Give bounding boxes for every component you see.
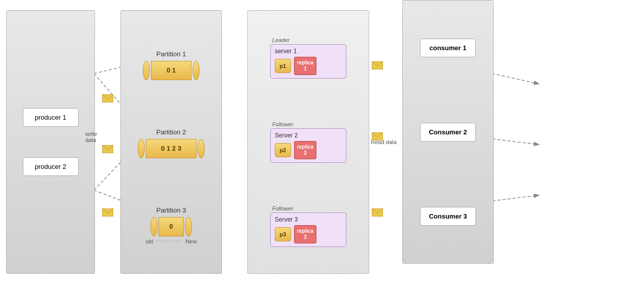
partition-1-label: Partition 1 (156, 50, 186, 58)
write-data-label: write data (85, 131, 97, 143)
partition-2-cylinder: 0 1 2 3 (138, 139, 205, 158)
broker-2-replica: replica2 (294, 141, 316, 159)
partition-3-values: 0 (158, 217, 184, 236)
broker-2-section: Follower Server 2 p2 replica2 (270, 121, 346, 163)
broker-1-inner: p1 replica1 (275, 57, 316, 75)
partition-2-section: Partition 2 0 1 2 3 (138, 128, 205, 158)
broker-1-replica: replica1 (294, 57, 316, 75)
partition-1-section: Partition 1 0 1 (143, 50, 200, 80)
old-label: old (146, 238, 153, 244)
producer-1-box: producer 1 (23, 108, 79, 127)
broker-2-inner: p2 replica2 (275, 141, 316, 159)
broker-3-role: Follower (270, 205, 294, 211)
partition-3-cylinder: 0 (150, 217, 192, 236)
envelope-broker-3 (372, 208, 383, 219)
envelope-2 (102, 145, 113, 155)
broker-1-section: Leader server 1 p1 replica1 (270, 37, 346, 79)
new-label: New (185, 238, 197, 244)
partitions-column: Partition 1 0 1 Partition 2 0 1 2 3 Part… (120, 10, 222, 274)
broker-3-title: Server 3 (275, 216, 298, 223)
consumer-1-box: consumer 1 (420, 39, 476, 57)
broker-3-replica: replica3 (294, 225, 316, 243)
consumer-2-box: Consumer 2 (420, 123, 476, 141)
broker-2-title: Server 2 (275, 132, 298, 139)
partition-3-label: Partition 3 (156, 206, 186, 214)
broker-2-server: Server 2 p2 replica2 (270, 128, 346, 163)
consumers-wrapper: Consumer group consumer 1 Consumer 2 Con… (402, 0, 494, 284)
old-new-label: old New (146, 238, 197, 244)
gap-2 (222, 0, 247, 284)
envelope-broker-1 (372, 61, 383, 72)
broker-3-inner: p3 replica3 (275, 225, 316, 243)
broker-2-partition: p2 (275, 143, 291, 157)
consumer-3-label: Consumer 3 (429, 212, 467, 220)
broker-3-section: Follower Server 3 p3 replica3 (270, 205, 346, 247)
producer-1-label: producer 1 (35, 114, 66, 121)
partition-2-values: 0 1 2 3 (146, 139, 197, 158)
diagram-container: producer 1 write data producer 2 Partiti… (0, 0, 644, 284)
consumer-1-label: consumer 1 (430, 44, 467, 52)
broker-1-partition: p1 (275, 59, 291, 73)
dots-separator (156, 241, 182, 241)
broker-3-partition: p3 (275, 227, 291, 241)
consumers-column: consumer 1 Consumer 2 Consumer 3 (402, 0, 494, 264)
partition-1-values: 0 1 (151, 61, 191, 80)
envelope-3 (102, 208, 113, 219)
producers-column: producer 1 write data producer 2 (6, 10, 95, 274)
broker-2-role: Follower (270, 121, 294, 127)
envelope-broker-2 (372, 132, 383, 143)
broker-1-title: server 1 (275, 48, 297, 55)
partition-1-cylinder: 0 1 (143, 61, 200, 80)
producer-2-box: producer 2 (23, 157, 79, 176)
consumer-3-box: Consumer 3 (420, 207, 476, 226)
partition-3-section: Partition 3 0 old New (146, 206, 197, 244)
consumer-2-label: Consumer 2 (429, 128, 467, 136)
producer-2-label: producer 2 (35, 163, 66, 170)
broker-1-server: server 1 p1 replica1 (270, 44, 346, 79)
gap-1 (95, 0, 120, 284)
broker-1-role: Leader (270, 37, 289, 43)
partition-2-label: Partition 2 (156, 128, 186, 136)
brokers-column: Leader server 1 p1 replica1 Follower Ser… (247, 10, 369, 274)
envelope-1 (102, 94, 113, 104)
broker-3-server: Server 3 p3 replica3 (270, 212, 346, 247)
